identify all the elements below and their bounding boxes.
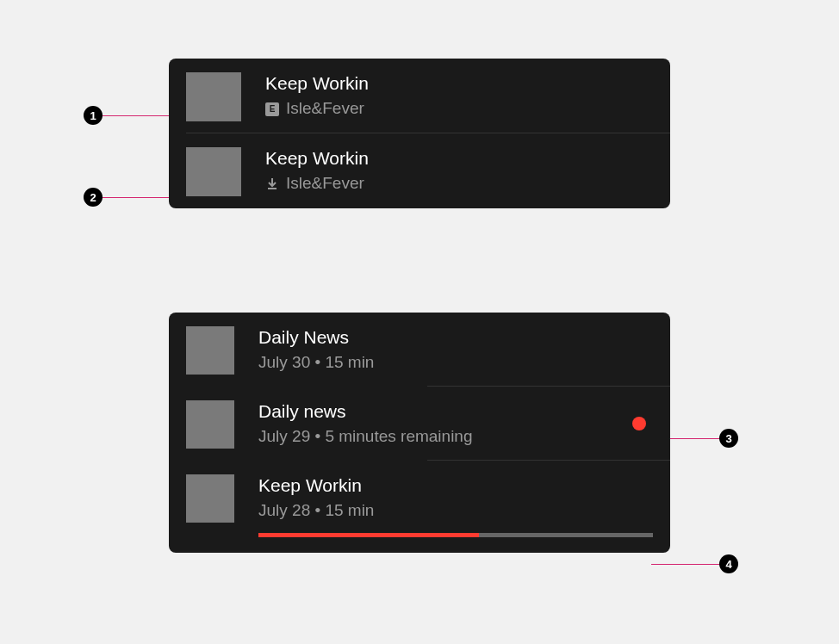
- track-artist: Isle&Fever: [286, 174, 364, 194]
- episode-subtitle: July 30 • 15 min: [258, 353, 374, 373]
- track-title: Keep Workin: [265, 72, 653, 94]
- episode-subtitle: July 28 • 15 min: [258, 501, 374, 521]
- episode-list-card: Daily News July 30 • 15 min Daily news J…: [169, 313, 670, 553]
- track-meta: Keep Workin E Isle&Fever: [265, 72, 653, 119]
- progress-fill: [258, 533, 479, 537]
- callout-number: 1: [84, 106, 103, 125]
- track-item[interactable]: Keep Workin Isle&Fever: [169, 133, 670, 208]
- track-artwork: [186, 72, 241, 121]
- track-artist: Isle&Fever: [286, 99, 364, 119]
- callout-number: 3: [719, 429, 738, 448]
- track-item[interactable]: Keep Workin E Isle&Fever: [169, 59, 670, 133]
- episode-item[interactable]: Daily news July 29 • 5 minutes remaining: [169, 387, 670, 461]
- callout-number: 2: [84, 188, 103, 207]
- explicit-badge-icon: E: [265, 102, 279, 116]
- track-title: Keep Workin: [265, 147, 653, 169]
- svg-rect-0: [268, 188, 277, 189]
- track-list-card: Keep Workin E Isle&Fever Keep Workin Isl…: [169, 59, 670, 208]
- callout-line: [651, 564, 719, 565]
- episode-subtitle: July 29 • 5 minutes remaining: [258, 427, 473, 447]
- episode-artwork: [186, 400, 234, 449]
- track-meta: Keep Workin Isle&Fever: [265, 147, 653, 194]
- progress-bar: [258, 533, 653, 537]
- episode-artwork: [186, 474, 234, 523]
- callout-number: 4: [719, 554, 738, 573]
- episode-artwork: [186, 326, 234, 375]
- track-subtitle-row: Isle&Fever: [265, 174, 653, 194]
- episode-title: Keep Workin: [258, 474, 653, 496]
- callout-4: 4: [651, 554, 738, 573]
- episode-item[interactable]: Daily News July 30 • 15 min: [169, 313, 670, 387]
- episode-item[interactable]: Keep Workin July 28 • 15 min: [169, 461, 670, 553]
- track-subtitle-row: E Isle&Fever: [265, 99, 653, 119]
- episode-title: Daily News: [258, 326, 653, 348]
- downloaded-icon: [265, 177, 279, 191]
- track-artwork: [186, 147, 241, 196]
- now-playing-indicator-icon: [632, 417, 646, 430]
- episode-title: Daily news: [258, 400, 632, 422]
